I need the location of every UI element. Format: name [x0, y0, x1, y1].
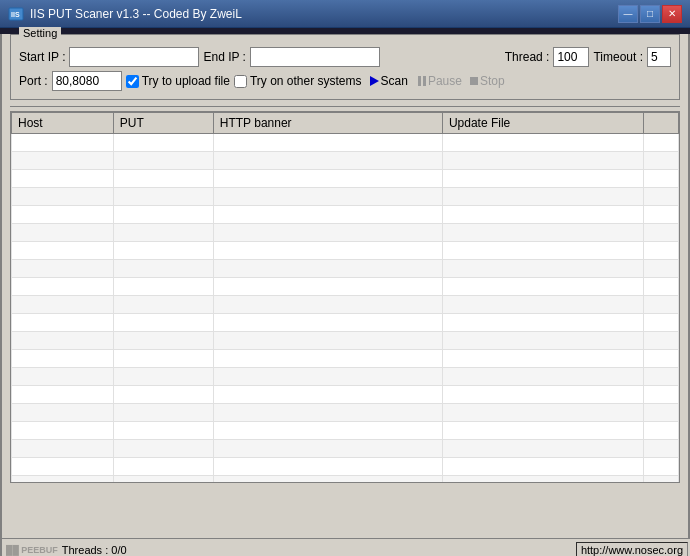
start-ip-label: Start IP :	[19, 50, 65, 64]
threads-status: Threads : 0/0	[62, 544, 127, 556]
minimize-button[interactable]: —	[618, 5, 638, 23]
status-bar: ██ PEEBUF Threads : 0/0 http://www.nosec…	[2, 538, 690, 556]
maximize-button[interactable]: □	[640, 5, 660, 23]
port-input[interactable]	[52, 71, 122, 91]
setting-legend: Setting	[19, 27, 61, 39]
setting-group: Setting Start IP : End IP : Thread : Tim…	[10, 34, 680, 100]
table-row	[12, 332, 679, 350]
stop-icon	[470, 77, 478, 85]
status-url: http://www.nosec.org	[576, 542, 688, 557]
table-row	[12, 224, 679, 242]
scan-icon	[370, 76, 379, 86]
table-row	[12, 314, 679, 332]
settings-row2: Port : Try to upload file Try on other s…	[19, 71, 671, 91]
pause-label: Pause	[428, 74, 462, 88]
results-table: Host PUT HTTP banner Update File	[11, 112, 679, 483]
table-row	[12, 134, 679, 152]
svg-text:IIS: IIS	[11, 11, 20, 18]
logo-text: ██ PEEBUF	[6, 545, 58, 555]
main-window: Setting Start IP : End IP : Thread : Tim…	[0, 34, 690, 556]
title-bar: IIS IIS PUT Scaner v1.3 -- Coded By Zwei…	[0, 0, 690, 28]
col-update-file: Update File	[442, 113, 643, 134]
end-ip-label: End IP :	[203, 50, 245, 64]
table-row	[12, 440, 679, 458]
app-icon: IIS	[8, 6, 24, 22]
table-row	[12, 404, 679, 422]
table-row	[12, 260, 679, 278]
end-ip-input[interactable]	[250, 47, 380, 67]
try-other-label: Try on other systems	[250, 74, 362, 88]
table-row	[12, 458, 679, 476]
status-left: ██ PEEBUF Threads : 0/0	[6, 544, 127, 556]
scan-label: Scan	[381, 74, 408, 88]
close-button[interactable]: ✕	[662, 5, 682, 23]
title-text: IIS PUT Scaner v1.3 -- Coded By ZweiL	[30, 7, 242, 21]
try-other-container: Try on other systems	[234, 74, 362, 88]
title-bar-content: IIS IIS PUT Scaner v1.3 -- Coded By Zwei…	[8, 6, 618, 22]
table-row	[12, 476, 679, 484]
col-extra	[643, 113, 678, 134]
table-body	[12, 134, 679, 484]
col-put: PUT	[113, 113, 213, 134]
table-row	[12, 350, 679, 368]
table-row	[12, 188, 679, 206]
timeout-input[interactable]	[647, 47, 671, 67]
table-row	[12, 422, 679, 440]
table-header: Host PUT HTTP banner Update File	[12, 113, 679, 134]
table-row	[12, 206, 679, 224]
separator	[10, 106, 680, 107]
table-row	[12, 296, 679, 314]
stop-label: Stop	[480, 74, 505, 88]
pause-icon	[418, 76, 426, 86]
table-row	[12, 242, 679, 260]
start-ip-input[interactable]	[69, 47, 199, 67]
stop-button[interactable]: Stop	[468, 72, 507, 90]
port-label: Port :	[19, 74, 48, 88]
try-upload-container: Try to upload file	[126, 74, 230, 88]
table-row	[12, 278, 679, 296]
settings-row1: Start IP : End IP : Thread : Timeout :	[19, 47, 671, 67]
thread-input[interactable]	[553, 47, 589, 67]
timeout-label: Timeout :	[593, 50, 643, 64]
table-row	[12, 386, 679, 404]
scan-button[interactable]: Scan	[366, 72, 412, 90]
col-http-banner: HTTP banner	[213, 113, 442, 134]
try-upload-checkbox[interactable]	[126, 75, 139, 88]
results-table-container[interactable]: Host PUT HTTP banner Update File	[10, 111, 680, 483]
window-controls: — □ ✕	[618, 5, 682, 23]
col-host: Host	[12, 113, 114, 134]
table-row	[12, 152, 679, 170]
try-upload-label: Try to upload file	[142, 74, 230, 88]
table-row	[12, 368, 679, 386]
pause-button[interactable]: Pause	[416, 72, 464, 90]
thread-label: Thread :	[505, 50, 550, 64]
table-row	[12, 170, 679, 188]
try-other-checkbox[interactable]	[234, 75, 247, 88]
